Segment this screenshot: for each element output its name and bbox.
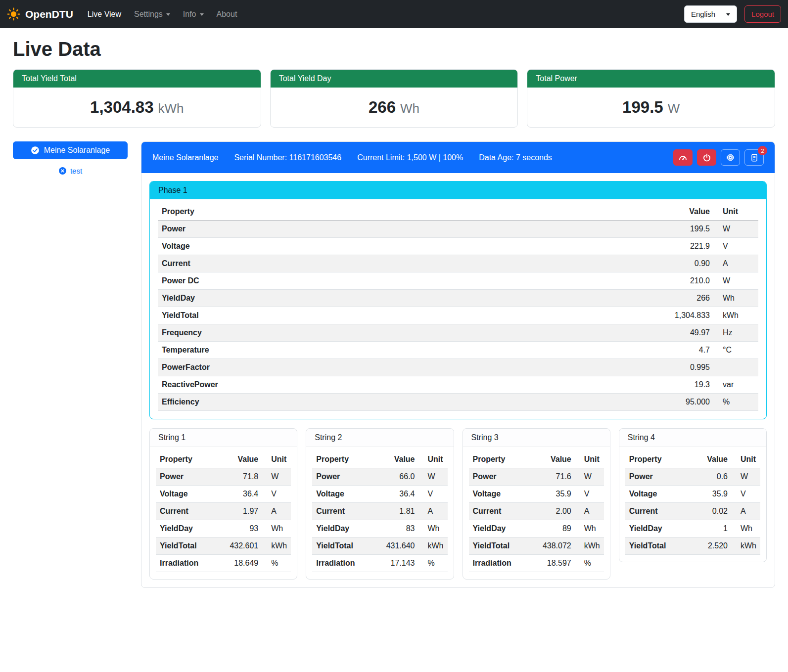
string-1-table: Property Value Unit Power71.8WVoltage36.… [156,451,291,572]
col-unit: Unit [575,451,604,468]
string-card-4: String 4 Property Value Unit [619,428,767,562]
table-row: YieldTotal1,304.833kWh [158,307,758,324]
string-3-table: Property Value Unit Power71.6WVoltage35.… [469,451,604,572]
power-icon [702,153,711,162]
card-body: 1,304.83kWh [13,88,261,127]
navbar-right: English Logout [684,5,781,23]
speedometer-icon [678,153,688,162]
inverter-current-limit: Current Limit: 1,500 W | 100% [357,153,463,162]
table-row: Current0.90A [158,255,758,272]
chevron-down-icon [726,13,730,16]
col-unit: Unit [732,451,760,468]
inverter-name: Meine Solaranlage [152,153,218,162]
table-row: Temperature4.7°C [158,342,758,359]
chevron-down-icon [200,13,204,16]
col-unit: Unit [262,451,291,468]
string-card-body: Property Value Unit Power71.6WVoltage35.… [463,447,610,579]
summary-cards-row: Total Yield Total 1,304.83kWh Total Yiel… [13,69,775,128]
navbar: OpenDTU Live View Settings Info About En… [0,0,788,28]
table-row: ReactivePower19.3var [158,376,758,394]
table-row: Power DC210.0W [158,272,758,290]
table-row: YieldTotal2.520kWh [625,538,760,555]
inverter-select-button[interactable]: Meine Solaranlage [13,141,128,159]
inverter-card: Meine Solaranlage Serial Number: 1161716… [141,141,775,588]
table-row: YieldDay89Wh [469,520,604,538]
event-count-badge: 2 [758,146,767,155]
inverter-select-label: Meine Solaranlage [44,146,110,155]
string-card-header: String 2 [306,429,453,447]
card-total-yield-day: Total Yield Day 266Wh [270,69,518,128]
table-header-row: Property Value Unit [469,451,604,468]
brand[interactable]: OpenDTU [7,7,73,21]
inverter-card-body: Phase 1 Property Value Unit Power199.5WV… [141,173,775,587]
col-unit: Unit [419,451,448,468]
col-value: Value [490,203,714,221]
inverter-item-test[interactable]: test [13,167,128,175]
table-row: Power71.6W [469,468,604,486]
table-row: Current2.00A [469,503,604,520]
phase-table: Property Value Unit Power199.5WVoltage22… [158,203,758,411]
table-row: YieldDay1Wh [625,520,760,538]
string-card-body: Property Value Unit Power66.0WVoltage36.… [306,447,453,579]
nav-item-live-view[interactable]: Live View [81,6,128,23]
col-value: Value [528,451,575,468]
table-row: Frequency49.97Hz [158,324,758,342]
limit-settings-button[interactable] [673,149,693,166]
col-property: Property [469,451,529,468]
table-row: Power0.6W [625,468,760,486]
col-property: Property [158,203,490,221]
table-row: YieldTotal438.072kWh [469,538,604,555]
table-row: YieldDay93Wh [156,520,291,538]
table-row: YieldTotal432.601kWh [156,538,291,555]
table-row: Voltage36.4V [312,486,447,503]
table-row: YieldDay266Wh [158,290,758,307]
device-info-button[interactable] [721,149,740,166]
table-row: Irradiation18.649% [156,555,291,572]
col-property: Property [156,451,216,468]
table-row: YieldTotal431.640kWh [312,538,447,555]
string-4-table: Property Value Unit Power0.6WVoltage35.9… [625,451,760,555]
table-row: Power199.5W [158,221,758,238]
inverter-sidebar: Meine Solaranlage test [13,141,128,175]
phase-card-header: Phase 1 [150,181,766,199]
card-body: 199.5W [527,88,775,127]
total-power-unit: W [668,101,680,116]
x-circle-icon [58,167,67,175]
col-value: Value [690,451,732,468]
nav-item-settings[interactable]: Settings [128,6,177,23]
inverter-item-test-label: test [70,167,82,175]
card-total-yield-total: Total Yield Total 1,304.83kWh [13,69,261,128]
chevron-down-icon [166,13,170,16]
phase-card-body: Property Value Unit Power199.5WVoltage22… [150,199,766,419]
power-button[interactable] [697,149,716,166]
table-row: Voltage221.9V [158,238,758,255]
table-header-row: Property Value Unit [158,203,758,221]
inverter-card-header: Meine Solaranlage Serial Number: 1161716… [141,142,775,173]
journal-list-icon [750,153,759,162]
string-card-header: String 1 [150,429,297,447]
card-total-power: Total Power 199.5W [527,69,775,128]
col-property: Property [312,451,372,468]
card-header: Total Yield Day [271,70,518,88]
string-card-1: String 1 Property Value Unit [149,428,297,580]
total-yield-day-value: 266 [369,98,396,116]
table-header-row: Property Value Unit [312,451,447,468]
page-title: Live Data [13,38,775,60]
string-card-body: Property Value Unit Power0.6WVoltage35.9… [619,447,766,562]
nav-item-about[interactable]: About [210,6,244,23]
phase-card: Phase 1 Property Value Unit Power199.5WV… [149,181,767,419]
col-value: Value [216,451,263,468]
logout-button[interactable]: Logout [744,5,781,23]
inverter-data-age: Data Age: 7 seconds [479,153,552,162]
event-log-button[interactable]: 2 [744,149,764,166]
content-row: Meine Solaranlage test Meine Solaranlage… [13,141,775,588]
language-select[interactable]: English [684,5,737,23]
table-row: Voltage36.4V [156,486,291,503]
table-header-row: Property Value Unit [156,451,291,468]
nav-item-info[interactable]: Info [177,6,210,23]
string-card-body: Property Value Unit Power71.8WVoltage36.… [150,447,297,579]
inverter-actions: 2 [673,149,764,166]
strings-grid: String 1 Property Value Unit [149,428,767,580]
table-row: Irradiation17.143% [312,555,447,572]
card-header: Total Power [527,70,775,88]
